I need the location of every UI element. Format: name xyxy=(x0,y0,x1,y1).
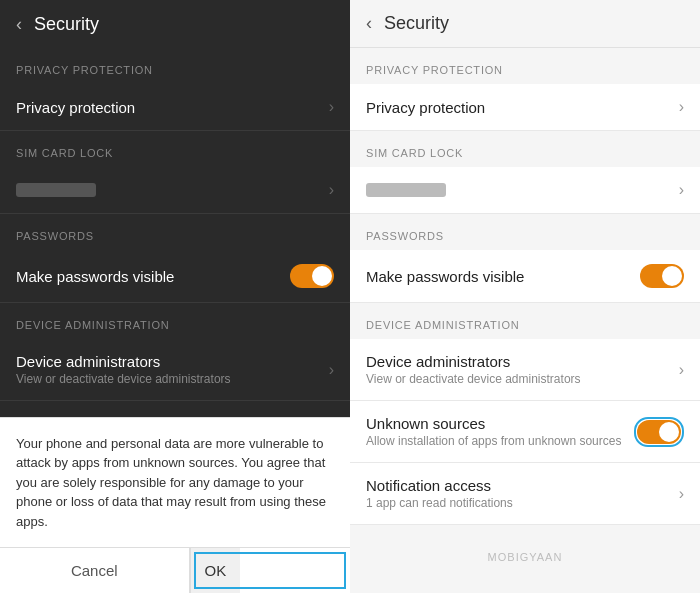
left-section-passwords-label: PASSWORDS xyxy=(0,214,350,250)
right-unknown-sources-title: Unknown sources xyxy=(366,415,634,432)
right-device-admin-chevron-icon: › xyxy=(679,361,684,379)
right-section-privacy-label: PRIVACY PROTECTION xyxy=(350,48,700,84)
dialog-buttons: Cancel OK xyxy=(0,547,350,593)
left-section-privacy-label: PRIVACY PROTECTION xyxy=(0,48,350,84)
right-notification-access-content: Notification access 1 app can read notif… xyxy=(366,477,671,510)
left-passwords-content: Make passwords visible xyxy=(16,268,174,285)
right-sim-item[interactable]: › xyxy=(350,167,700,214)
right-section-passwords-label: PASSWORDS xyxy=(350,214,700,250)
left-section-sim-label: SIM CARD LOCK xyxy=(0,131,350,167)
right-notification-access-subtitle: 1 app can read notifications xyxy=(366,496,671,510)
right-unknown-sources-toggle-knob xyxy=(659,422,679,442)
right-passwords-toggle[interactable] xyxy=(640,264,684,288)
left-back-arrow[interactable]: ‹ xyxy=(16,14,22,35)
dialog-cancel-button[interactable]: Cancel xyxy=(0,548,189,593)
right-privacy-chevron-icon: › xyxy=(679,98,684,116)
left-sim-content xyxy=(16,183,96,197)
left-passwords-item[interactable]: Make passwords visible xyxy=(0,250,350,303)
left-privacy-protection-item[interactable]: Privacy protection › xyxy=(0,84,350,131)
left-device-admin-title: Device administrators xyxy=(16,353,231,370)
right-unknown-sources-content: Unknown sources Allow installation of ap… xyxy=(366,415,634,448)
right-unknown-sources-subtitle: Allow installation of apps from unknown … xyxy=(366,434,634,448)
right-content: PRIVACY PROTECTION Privacy protection › … xyxy=(350,48,700,593)
left-passwords-toggle[interactable] xyxy=(290,264,334,288)
dialog-text: Your phone and personal data are more vu… xyxy=(0,418,350,548)
right-device-admin-title: Device administrators xyxy=(366,353,671,370)
left-privacy-protection-title: Privacy protection xyxy=(16,99,135,116)
right-passwords-content: Make passwords visible xyxy=(366,268,640,285)
right-panel: ‹ Security PRIVACY PROTECTION Privacy pr… xyxy=(350,0,700,593)
right-privacy-content: Privacy protection xyxy=(366,99,671,116)
left-sim-chevron-icon: › xyxy=(329,181,334,199)
left-privacy-chevron-icon: › xyxy=(329,98,334,116)
right-notification-access-item[interactable]: Notification access 1 app can read notif… xyxy=(350,463,700,525)
right-device-admin-content: Device administrators View or deactivate… xyxy=(366,353,671,386)
right-section-sim-label: SIM CARD LOCK xyxy=(350,131,700,167)
right-sim-chevron-icon: › xyxy=(679,181,684,199)
right-privacy-item[interactable]: Privacy protection › xyxy=(350,84,700,131)
right-unknown-sources-toggle[interactable] xyxy=(637,420,681,444)
left-header: ‹ Security xyxy=(0,0,350,48)
right-passwords-toggle-knob xyxy=(662,266,682,286)
left-privacy-protection-content: Privacy protection xyxy=(16,99,135,116)
right-device-admin-subtitle: View or deactivate device administrators xyxy=(366,372,671,386)
left-device-admin-subtitle: View or deactivate device administrators xyxy=(16,372,231,386)
dialog-ok-button[interactable]: OK xyxy=(190,548,241,593)
right-section-device-label: DEVICE ADMINISTRATION xyxy=(350,303,700,339)
right-passwords-title: Make passwords visible xyxy=(366,268,640,285)
right-passwords-item[interactable]: Make passwords visible xyxy=(350,250,700,303)
left-sim-placeholder xyxy=(16,183,96,197)
right-notification-access-title: Notification access xyxy=(366,477,671,494)
right-unknown-sources-item[interactable]: Unknown sources Allow installation of ap… xyxy=(350,401,700,463)
right-privacy-title: Privacy protection xyxy=(366,99,671,116)
right-title: Security xyxy=(384,13,449,34)
left-title: Security xyxy=(34,14,99,35)
right-sim-content xyxy=(366,183,671,197)
right-header: ‹ Security xyxy=(350,0,700,48)
right-back-arrow[interactable]: ‹ xyxy=(366,13,372,34)
left-device-admin-item[interactable]: Device administrators View or deactivate… xyxy=(0,339,350,401)
dialog-overlay: Your phone and personal data are more vu… xyxy=(0,417,350,594)
right-device-admin-item[interactable]: Device administrators View or deactivate… xyxy=(350,339,700,401)
left-device-admin-content: Device administrators View or deactivate… xyxy=(16,353,231,386)
left-device-admin-chevron-icon: › xyxy=(329,361,334,379)
left-passwords-title: Make passwords visible xyxy=(16,268,174,285)
left-passwords-toggle-knob xyxy=(312,266,332,286)
left-panel: ‹ Security PRIVACY PROTECTION Privacy pr… xyxy=(0,0,350,593)
right-notification-chevron-icon: › xyxy=(679,485,684,503)
left-section-device-label: DEVICE ADMINISTRATION xyxy=(0,303,350,339)
dialog-ok-wrapper: OK xyxy=(189,548,351,593)
unknown-sources-toggle-wrapper xyxy=(634,417,684,447)
left-sim-item[interactable]: › xyxy=(0,167,350,214)
right-sim-placeholder xyxy=(366,183,446,197)
